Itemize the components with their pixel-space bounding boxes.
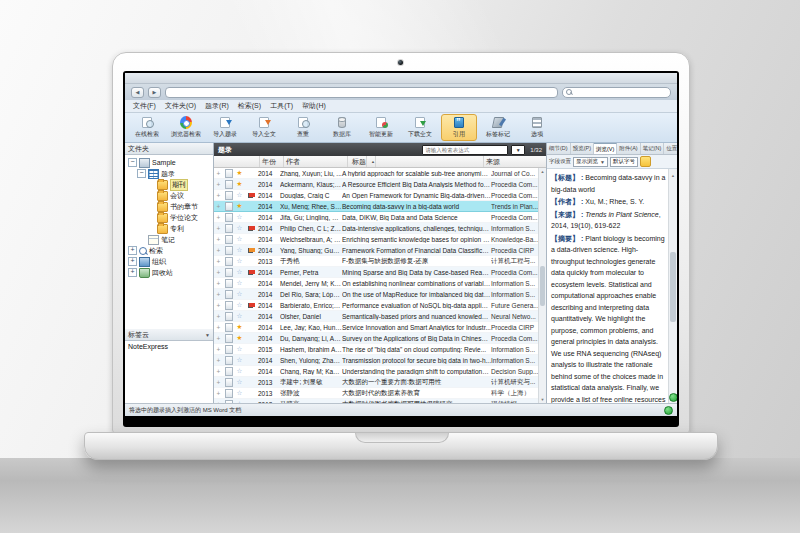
scroll-up-icon[interactable]: ▲ bbox=[671, 170, 675, 182]
font-size-select[interactable]: 默认字号 bbox=[610, 157, 638, 167]
toolbar-button[interactable]: 在线检索 bbox=[129, 114, 165, 141]
address-input[interactable] bbox=[165, 87, 558, 98]
record-row[interactable]: + 2015 Hashem, Ibrahim Ab... The rise of… bbox=[214, 344, 546, 355]
detail-tab[interactable]: 细节(D) bbox=[547, 143, 571, 154]
record-row[interactable]: + 2014 Shen, Yulong; Zhan... Transmissio… bbox=[214, 355, 546, 366]
record-row[interactable]: + 2014 Jifa, Gu; Lingling, Zh... Data, D… bbox=[214, 212, 546, 223]
expand-icon[interactable]: + bbox=[214, 401, 223, 404]
column-year[interactable]: 年份 bbox=[260, 156, 284, 167]
star-icon[interactable] bbox=[234, 311, 245, 321]
detail-tab[interactable]: 笔记(N) bbox=[641, 143, 665, 154]
expand-icon[interactable]: + bbox=[214, 203, 223, 210]
menu-item[interactable]: 帮助(H) bbox=[302, 101, 326, 111]
scroll-thumb[interactable] bbox=[670, 252, 676, 322]
record-row[interactable]: + 2014 Xu, Meng; Rhee, Se... Becoming da… bbox=[214, 201, 546, 212]
flag-icon[interactable] bbox=[245, 248, 258, 252]
star-icon[interactable] bbox=[234, 399, 245, 403]
record-row[interactable]: + 2014 Mendel, Jerry M; Ko... On establi… bbox=[214, 278, 546, 289]
flag-icon[interactable] bbox=[245, 270, 258, 274]
tag-cloud-header[interactable]: 标签云▼ bbox=[125, 329, 213, 341]
tree-item-sample[interactable]: Sample bbox=[128, 157, 213, 168]
expand-icon[interactable]: + bbox=[214, 225, 223, 232]
expand-icon[interactable]: + bbox=[214, 247, 223, 254]
detail-tab[interactable]: 位置(L) bbox=[664, 143, 677, 154]
column-title[interactable]: 标题▲ bbox=[348, 156, 484, 167]
toolbar-button[interactable]: 浏览器检索 bbox=[168, 114, 204, 141]
expand-icon[interactable]: + bbox=[214, 368, 223, 375]
toolbar-button[interactable]: 下载全文 bbox=[402, 114, 438, 141]
expand-icon[interactable]: + bbox=[214, 170, 223, 177]
collapse-icon[interactable] bbox=[128, 158, 137, 167]
star-icon[interactable] bbox=[234, 355, 245, 365]
record-row[interactable]: + 2014 Douglas, Craig C An Open Framewor… bbox=[214, 190, 546, 201]
star-icon[interactable] bbox=[234, 300, 245, 310]
quick-search-box[interactable] bbox=[562, 87, 671, 98]
column-source[interactable]: 来源 bbox=[484, 156, 546, 167]
star-icon[interactable] bbox=[234, 322, 245, 332]
star-icon[interactable] bbox=[234, 333, 245, 343]
record-row[interactable]: + 2014 Weichselbraun, A; G... Enriching … bbox=[214, 234, 546, 245]
record-row[interactable]: + 2014 Zhang, Xuyun; Liu, ... A hybrid a… bbox=[214, 168, 546, 179]
record-row[interactable]: + 2014 Perner, Petra Mining Sparse and B… bbox=[214, 267, 546, 278]
tree-item-organize[interactable]: 组织 bbox=[128, 256, 213, 267]
tree-item-records[interactable]: 题录 bbox=[128, 168, 213, 179]
record-row[interactable]: + 2014 Yang, Shuang; Guo, ... Framework … bbox=[214, 245, 546, 256]
star-icon[interactable] bbox=[234, 201, 245, 211]
expand-icon[interactable]: + bbox=[214, 280, 223, 287]
expand-icon[interactable]: + bbox=[214, 181, 223, 188]
detail-tab[interactable]: 预览(P) bbox=[571, 143, 594, 154]
record-row[interactable]: + 2014 Lee, Jay; Kao, Hung-... Service I… bbox=[214, 322, 546, 333]
expand-icon[interactable]: + bbox=[214, 390, 223, 397]
toolbar-button[interactable]: 数据库 bbox=[324, 114, 360, 141]
detail-tab[interactable]: 浏览(V) bbox=[594, 143, 617, 154]
tree-item-notes[interactable]: 笔记 bbox=[128, 234, 213, 245]
toolbar-button[interactable]: 引用 bbox=[441, 114, 477, 141]
display-mode-select[interactable]: 显示浏览▼ bbox=[573, 157, 608, 167]
menu-item[interactable]: 文件(F) bbox=[133, 101, 156, 111]
toolbar-button[interactable]: 选项 bbox=[519, 114, 555, 141]
tree-item-conference[interactable]: 会议 bbox=[128, 190, 213, 201]
star-icon[interactable] bbox=[234, 212, 245, 222]
expand-icon[interactable]: + bbox=[214, 357, 223, 364]
star-icon[interactable] bbox=[234, 366, 245, 376]
flag-icon[interactable] bbox=[245, 226, 258, 230]
tree-item-journal[interactable]: 期刊 bbox=[128, 179, 213, 190]
detail-scrollbar[interactable]: ▲ bbox=[668, 169, 677, 403]
expand-icon[interactable]: + bbox=[214, 291, 223, 298]
scroll-down-icon[interactable]: ▼ bbox=[541, 397, 545, 402]
expand-icon[interactable]: + bbox=[214, 258, 223, 265]
star-icon[interactable] bbox=[234, 245, 245, 255]
expand-icon[interactable]: + bbox=[214, 192, 223, 199]
expand-icon[interactable] bbox=[128, 246, 137, 255]
star-icon[interactable] bbox=[234, 190, 245, 200]
detail-tab[interactable]: 附件(A) bbox=[617, 143, 640, 154]
forward-icon[interactable]: ▶ bbox=[148, 87, 161, 98]
list-scrollbar[interactable]: ▲▼ bbox=[538, 168, 546, 403]
expand-icon[interactable] bbox=[128, 268, 137, 277]
scroll-thumb[interactable] bbox=[540, 266, 545, 306]
toolbar-button[interactable]: 导入全文 bbox=[246, 114, 282, 141]
star-icon[interactable] bbox=[234, 267, 245, 277]
record-row[interactable]: + 2014 Barbierato, Enrico; G... Performa… bbox=[214, 300, 546, 311]
star-icon[interactable] bbox=[234, 234, 245, 244]
record-row[interactable]: + 2013 于秀艳 F-数据集与缺损数据修复-还原 计算机工程与... bbox=[214, 256, 546, 267]
record-row[interactable]: + 2014 Philip Chen, C L; Zh... Data-inte… bbox=[214, 223, 546, 234]
menu-item[interactable]: 工具(T) bbox=[270, 101, 293, 111]
expand-icon[interactable]: + bbox=[214, 335, 223, 342]
record-row[interactable]: + 2013 马晓亭 大数据时代图书馆数据可用性保障研究 现代情报 bbox=[214, 399, 546, 403]
star-icon[interactable] bbox=[234, 168, 245, 178]
tree-item-thesis[interactable]: 学位论文 bbox=[128, 212, 213, 223]
expand-icon[interactable]: + bbox=[214, 324, 223, 331]
expand-icon[interactable] bbox=[128, 257, 137, 266]
tree-item-patent[interactable]: 专利 bbox=[128, 223, 213, 234]
record-row[interactable]: + 2014 Del Rio, Sara; López... On the us… bbox=[214, 289, 546, 300]
scroll-up-icon[interactable]: ▲ bbox=[541, 169, 545, 174]
star-icon[interactable] bbox=[234, 289, 245, 299]
toolbar-button[interactable]: 标签标记 bbox=[480, 114, 516, 141]
star-icon[interactable] bbox=[234, 256, 245, 266]
record-search-input[interactable] bbox=[422, 145, 508, 155]
flag-icon[interactable] bbox=[245, 193, 258, 197]
toolbar-button[interactable]: 查重 bbox=[285, 114, 321, 141]
menu-item[interactable]: 题录(R) bbox=[205, 101, 229, 111]
record-row[interactable]: + 2014 Olsher, Daniel Semantically-based… bbox=[214, 311, 546, 322]
